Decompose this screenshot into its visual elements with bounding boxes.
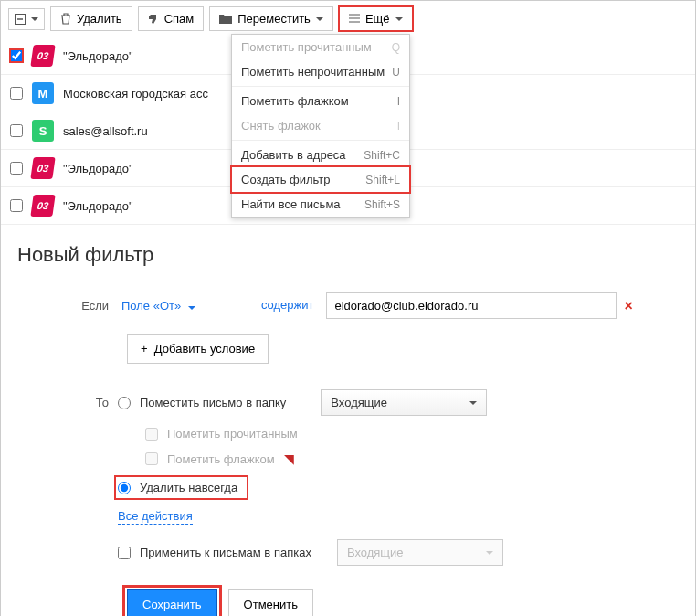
square-minus-icon (15, 14, 26, 25)
mark-flag-label: Пометить флажком (167, 452, 275, 466)
add-condition-button[interactable]: + Добавить условие (127, 334, 269, 364)
folder-value: Входящие (331, 396, 387, 409)
chevron-down-icon (469, 401, 477, 405)
menu-add-addr[interactable]: Добавить в адреса Shift+C (232, 143, 409, 167)
chevron-down-icon (395, 17, 403, 21)
mark-read-label: Пометить прочитанным (167, 427, 298, 441)
menu-label: Пометить непрочитанным (241, 65, 385, 79)
opt-all-actions[interactable]: Все действия (72, 509, 679, 525)
sender: sales@allsoft.ru (63, 124, 148, 138)
menu-label: Найти все письма (241, 197, 341, 211)
menu-shortcut: Shift+S (364, 198, 400, 211)
sender: Московская городская асс (63, 87, 208, 101)
actions: То Поместить письмо в папку Входящие Пом… (72, 389, 679, 566)
menu-shortcut: I (397, 95, 400, 108)
menu-flag[interactable]: Пометить флажком I (232, 89, 409, 113)
more-label: Ещё (365, 12, 390, 26)
delete-label: Удалить (77, 12, 122, 26)
sender: "Эльдорадо" (63, 162, 133, 175)
apply-folder-value: Входящие (347, 546, 404, 559)
avatar-text: S (39, 124, 47, 138)
menu-shortcut: U (392, 66, 400, 79)
avatar: 03 (30, 195, 55, 217)
spam-label: Спам (164, 12, 195, 26)
menu-find-all[interactable]: Найти все письма Shift+S (232, 192, 409, 217)
menu-create-filter[interactable]: Создать фильтр Shift+L (232, 167, 409, 192)
select-all-toggle[interactable] (8, 8, 45, 30)
folder-icon (219, 14, 232, 24)
sender: "Эльдорадо" (63, 199, 133, 213)
separator (232, 140, 409, 141)
avatar-text: 03 (37, 50, 49, 61)
menu-shortcut: Q (392, 41, 400, 54)
toolbar: Удалить Спам Переместить Ещё Пометить пр… (1, 1, 695, 37)
save-button[interactable]: Сохранить (127, 589, 217, 616)
chevron-down-icon (31, 17, 38, 21)
opt-apply-to[interactable]: Применить к письмам в папках Входящие (72, 539, 679, 566)
condition-row: Если Поле «От» содержит × (72, 292, 679, 319)
then-label: То (72, 396, 109, 409)
plus-icon: + (141, 342, 148, 356)
apply-to-label: Применить к письмам в папках (140, 546, 311, 559)
radio-to-folder[interactable] (118, 397, 131, 409)
opt-to-folder[interactable]: То Поместить письмо в папку Входящие (72, 389, 679, 416)
field-from-label: Поле «От» (121, 299, 181, 313)
menu-label: Добавить в адреса (241, 148, 346, 162)
menu-label: Создать фильтр (241, 173, 331, 186)
to-folder-label: Поместить письмо в папку (140, 396, 286, 409)
row-checkbox[interactable] (10, 124, 23, 137)
avatar: М (32, 82, 54, 104)
menu-label: Пометить прочитанным (241, 40, 372, 54)
list-icon (349, 14, 360, 24)
trash-icon (60, 13, 71, 25)
apply-folder-select: Входящие (337, 539, 503, 566)
radio-delete-forever[interactable] (118, 482, 131, 494)
menu-shortcut: Shift+C (364, 149, 400, 162)
menu-shortcut: Shift+L (365, 174, 400, 186)
add-condition-label: Добавить условие (154, 342, 255, 356)
more-button[interactable]: Ещё (339, 6, 413, 31)
menu-shortcut: I (397, 120, 400, 133)
delete-forever-label: Удалить навсегда (140, 481, 237, 494)
folder-select[interactable]: Входящие (321, 389, 487, 416)
row-checkbox[interactable] (10, 87, 23, 100)
thumbs-down-icon (148, 14, 159, 25)
avatar-text: М (38, 87, 48, 101)
check-apply-to[interactable] (118, 547, 131, 559)
delete-button[interactable]: Удалить (50, 6, 132, 31)
all-actions-link[interactable]: Все действия (118, 509, 193, 525)
opt-delete-forever[interactable]: Удалить навсегда (72, 477, 679, 498)
menu-unflag: Снять флажок I (232, 113, 409, 138)
filter-pane: Новый фильтр Если Поле «От» содержит × +… (1, 225, 695, 616)
chevron-down-icon (188, 306, 195, 310)
sender: "Эльдорадо" (63, 49, 133, 63)
menu-mark-unread[interactable]: Пометить непрочитанным U (232, 59, 409, 84)
row-checkbox[interactable] (10, 162, 23, 175)
remove-condition-icon[interactable]: × (624, 298, 632, 314)
row-checkbox[interactable] (10, 49, 23, 62)
move-label: Переместить (237, 12, 311, 26)
avatar: S (32, 120, 54, 142)
move-button[interactable]: Переместить (209, 6, 333, 31)
row-checkbox[interactable] (10, 199, 23, 212)
separator (232, 86, 409, 87)
menu-label: Пометить флажком (241, 94, 349, 108)
check-mark-read (145, 428, 158, 441)
more-menu: Пометить прочитанным Q Пометить непрочит… (231, 34, 410, 218)
menu-mark-read: Пометить прочитанным Q (232, 35, 409, 59)
flag-icon: ◥ (284, 451, 294, 466)
spam-button[interactable]: Спам (138, 6, 205, 31)
avatar: 03 (30, 45, 55, 67)
opt-mark-read: Пометить прочитанным (100, 427, 679, 441)
avatar-text: 03 (37, 200, 49, 211)
cancel-button[interactable]: Отменить (228, 589, 313, 616)
opt-mark-flag: Пометить флажком ◥ (100, 451, 679, 466)
chevron-down-icon (486, 551, 493, 555)
menu-label: Снять флажок (241, 119, 321, 133)
value-wrap: × (326, 292, 679, 319)
op-selector[interactable]: содержит (261, 298, 314, 313)
check-mark-flag (145, 452, 158, 465)
value-input[interactable] (326, 292, 617, 319)
button-row: Сохранить Отменить (127, 589, 679, 616)
field-selector[interactable]: Поле «От» (121, 299, 195, 313)
